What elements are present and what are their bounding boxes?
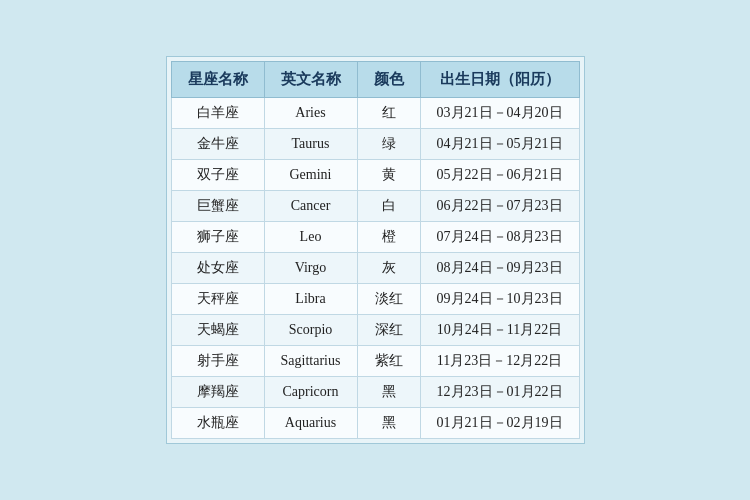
cell-english-name: Scorpio <box>264 315 357 346</box>
cell-english-name: Aquarius <box>264 408 357 439</box>
cell-color: 紫红 <box>357 346 420 377</box>
table-row: 金牛座Taurus绿04月21日－05月21日 <box>171 129 579 160</box>
cell-dates: 12月23日－01月22日 <box>420 377 579 408</box>
cell-english-name: Capricorn <box>264 377 357 408</box>
cell-color: 橙 <box>357 222 420 253</box>
cell-english-name: Sagittarius <box>264 346 357 377</box>
cell-color: 深红 <box>357 315 420 346</box>
cell-chinese-name: 水瓶座 <box>171 408 264 439</box>
cell-dates: 03月21日－04月20日 <box>420 98 579 129</box>
cell-dates: 10月24日－11月22日 <box>420 315 579 346</box>
cell-dates: 08月24日－09月23日 <box>420 253 579 284</box>
cell-chinese-name: 双子座 <box>171 160 264 191</box>
cell-english-name: Libra <box>264 284 357 315</box>
cell-dates: 09月24日－10月23日 <box>420 284 579 315</box>
cell-color: 红 <box>357 98 420 129</box>
zodiac-table: 星座名称 英文名称 颜色 出生日期（阳历） 白羊座Aries红03月21日－04… <box>171 61 580 439</box>
table-row: 天秤座Libra淡红09月24日－10月23日 <box>171 284 579 315</box>
cell-dates: 11月23日－12月22日 <box>420 346 579 377</box>
cell-chinese-name: 狮子座 <box>171 222 264 253</box>
cell-dates: 05月22日－06月21日 <box>420 160 579 191</box>
cell-color: 黑 <box>357 377 420 408</box>
cell-chinese-name: 射手座 <box>171 346 264 377</box>
cell-english-name: Leo <box>264 222 357 253</box>
table-body: 白羊座Aries红03月21日－04月20日金牛座Taurus绿04月21日－0… <box>171 98 579 439</box>
cell-dates: 07月24日－08月23日 <box>420 222 579 253</box>
table-row: 天蝎座Scorpio深红10月24日－11月22日 <box>171 315 579 346</box>
cell-chinese-name: 金牛座 <box>171 129 264 160</box>
cell-color: 淡红 <box>357 284 420 315</box>
cell-chinese-name: 处女座 <box>171 253 264 284</box>
cell-chinese-name: 巨蟹座 <box>171 191 264 222</box>
table-row: 巨蟹座Cancer白06月22日－07月23日 <box>171 191 579 222</box>
header-dates: 出生日期（阳历） <box>420 62 579 98</box>
table-row: 处女座Virgo灰08月24日－09月23日 <box>171 253 579 284</box>
cell-chinese-name: 白羊座 <box>171 98 264 129</box>
header-chinese-name: 星座名称 <box>171 62 264 98</box>
cell-dates: 01月21日－02月19日 <box>420 408 579 439</box>
cell-color: 白 <box>357 191 420 222</box>
table-row: 白羊座Aries红03月21日－04月20日 <box>171 98 579 129</box>
cell-color: 黑 <box>357 408 420 439</box>
table-row: 双子座Gemini黄05月22日－06月21日 <box>171 160 579 191</box>
zodiac-table-container: 星座名称 英文名称 颜色 出生日期（阳历） 白羊座Aries红03月21日－04… <box>166 56 585 444</box>
table-row: 摩羯座Capricorn黑12月23日－01月22日 <box>171 377 579 408</box>
cell-chinese-name: 天蝎座 <box>171 315 264 346</box>
cell-chinese-name: 摩羯座 <box>171 377 264 408</box>
table-row: 狮子座Leo橙07月24日－08月23日 <box>171 222 579 253</box>
table-header-row: 星座名称 英文名称 颜色 出生日期（阳历） <box>171 62 579 98</box>
cell-dates: 06月22日－07月23日 <box>420 191 579 222</box>
cell-english-name: Gemini <box>264 160 357 191</box>
cell-english-name: Aries <box>264 98 357 129</box>
cell-chinese-name: 天秤座 <box>171 284 264 315</box>
cell-color: 绿 <box>357 129 420 160</box>
table-row: 水瓶座Aquarius黑01月21日－02月19日 <box>171 408 579 439</box>
cell-english-name: Cancer <box>264 191 357 222</box>
cell-dates: 04月21日－05月21日 <box>420 129 579 160</box>
table-row: 射手座Sagittarius紫红11月23日－12月22日 <box>171 346 579 377</box>
cell-english-name: Taurus <box>264 129 357 160</box>
cell-color: 黄 <box>357 160 420 191</box>
cell-english-name: Virgo <box>264 253 357 284</box>
header-color: 颜色 <box>357 62 420 98</box>
header-english-name: 英文名称 <box>264 62 357 98</box>
cell-color: 灰 <box>357 253 420 284</box>
